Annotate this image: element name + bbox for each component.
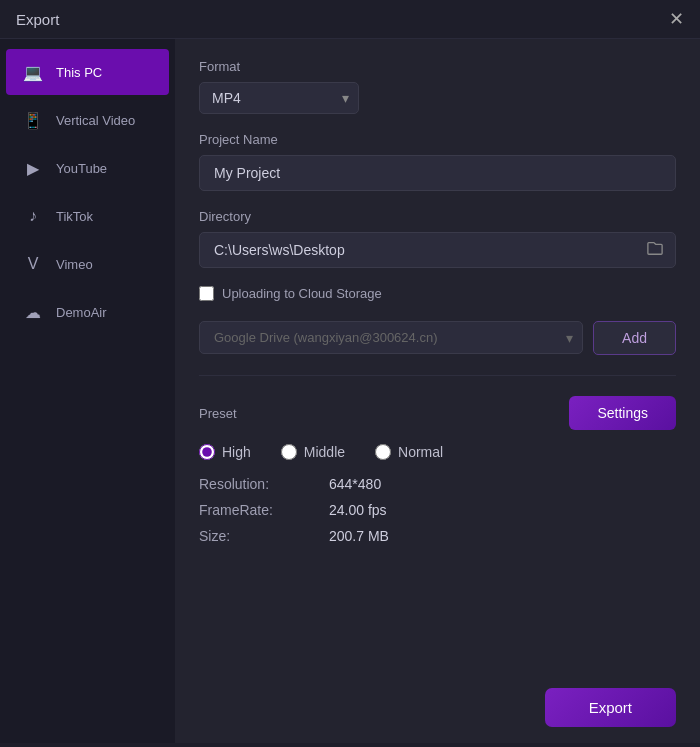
youtube-icon: ▶ [22, 157, 44, 179]
title-bar: Export ✕ [0, 0, 700, 39]
sidebar-label-this-pc: This PC [56, 65, 102, 80]
cloud-drive-select[interactable]: Google Drive (wangxiyan@300624.cn) [199, 321, 583, 354]
sidebar-label-demoair: DemoAir [56, 305, 107, 320]
project-name-label: Project Name [199, 132, 676, 147]
radio-normal-label[interactable]: Normal [398, 444, 443, 460]
cloud-checkbox[interactable] [199, 286, 214, 301]
sidebar-label-vimeo: Vimeo [56, 257, 93, 272]
preset-section: Preset Settings High Middle Normal [199, 396, 676, 544]
sidebar-label-tiktok: TikTok [56, 209, 93, 224]
vimeo-icon: V [22, 253, 44, 275]
demoair-icon: ☁ [22, 301, 44, 323]
main-layout: 💻 This PC 📱 Vertical Video ▶ YouTube ♪ T… [0, 39, 700, 743]
tiktok-icon: ♪ [22, 205, 44, 227]
radio-high-label[interactable]: High [222, 444, 251, 460]
radio-high[interactable]: High [199, 444, 251, 460]
sidebar-label-youtube: YouTube [56, 161, 107, 176]
radio-middle-label[interactable]: Middle [304, 444, 345, 460]
radio-normal[interactable]: Normal [375, 444, 443, 460]
format-section: Format MP4 MOV AVI GIF [199, 59, 676, 114]
close-button[interactable]: ✕ [669, 10, 684, 28]
sidebar-item-vertical-video[interactable]: 📱 Vertical Video [6, 97, 169, 143]
framerate-key: FrameRate: [199, 502, 329, 518]
this-pc-icon: 💻 [22, 61, 44, 83]
preset-radio-group: High Middle Normal [199, 444, 676, 460]
sidebar: 💻 This PC 📱 Vertical Video ▶ YouTube ♪ T… [0, 39, 175, 743]
sidebar-item-demoair[interactable]: ☁ DemoAir [6, 289, 169, 335]
resolution-value: 644*480 [329, 476, 676, 492]
cloud-checkbox-row: Uploading to Cloud Storage [199, 286, 676, 301]
footer: Export [175, 672, 700, 743]
radio-high-input[interactable] [199, 444, 215, 460]
dialog-title: Export [16, 11, 59, 28]
directory-label: Directory [199, 209, 676, 224]
radio-normal-input[interactable] [375, 444, 391, 460]
framerate-value: 24.00 fps [329, 502, 676, 518]
project-name-section: Project Name [199, 132, 676, 191]
format-select[interactable]: MP4 MOV AVI GIF [199, 82, 359, 114]
content-panel: Format MP4 MOV AVI GIF Project Name Dire… [175, 39, 700, 743]
size-value: 200.7 MB [329, 528, 676, 544]
settings-button[interactable]: Settings [569, 396, 676, 430]
export-button[interactable]: Export [545, 688, 676, 727]
directory-section: Directory [199, 209, 676, 268]
preset-header: Preset Settings [199, 396, 676, 430]
sidebar-item-vimeo[interactable]: V Vimeo [6, 241, 169, 287]
divider [199, 375, 676, 376]
format-select-wrapper[interactable]: MP4 MOV AVI GIF [199, 82, 359, 114]
cloud-label[interactable]: Uploading to Cloud Storage [222, 286, 382, 301]
size-key: Size: [199, 528, 329, 544]
cloud-drive-select-wrapper[interactable]: Google Drive (wangxiyan@300624.cn) [199, 321, 583, 355]
vertical-video-icon: 📱 [22, 109, 44, 131]
directory-input-wrapper [199, 232, 676, 268]
cloud-select-row: Google Drive (wangxiyan@300624.cn) Add [199, 321, 676, 355]
add-button[interactable]: Add [593, 321, 676, 355]
sidebar-label-vertical-video: Vertical Video [56, 113, 135, 128]
sidebar-item-this-pc[interactable]: 💻 This PC [6, 49, 169, 95]
resolution-key: Resolution: [199, 476, 329, 492]
preset-info-grid: Resolution: 644*480 FrameRate: 24.00 fps… [199, 476, 676, 544]
folder-icon[interactable] [646, 240, 664, 260]
radio-middle-input[interactable] [281, 444, 297, 460]
directory-input[interactable] [199, 232, 676, 268]
sidebar-item-tiktok[interactable]: ♪ TikTok [6, 193, 169, 239]
format-label: Format [199, 59, 676, 74]
project-name-input[interactable] [199, 155, 676, 191]
sidebar-item-youtube[interactable]: ▶ YouTube [6, 145, 169, 191]
radio-middle[interactable]: Middle [281, 444, 345, 460]
preset-label: Preset [199, 406, 237, 421]
